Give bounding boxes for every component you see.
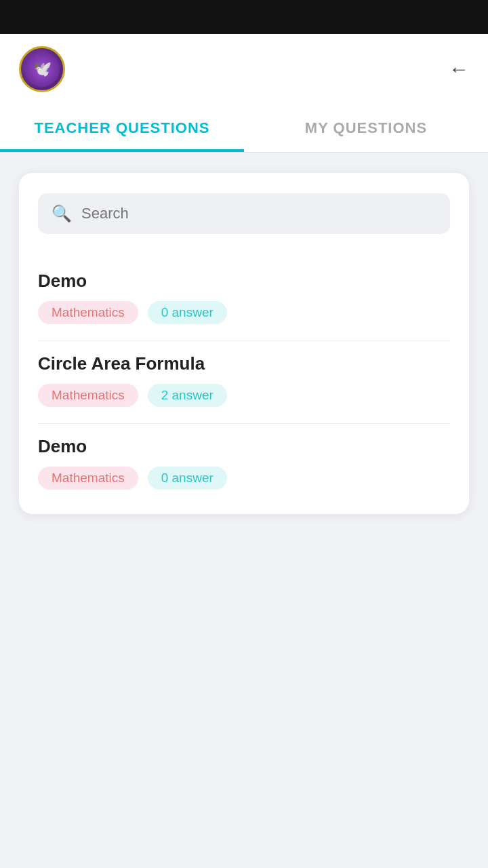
tags: Mathematics 2 answer: [38, 384, 450, 407]
questions-card: 🔍 Demo Mathematics 0 answer Circle Area …: [19, 173, 469, 514]
question-title: Demo: [38, 436, 450, 457]
tabs-container: TEACHER QUESTIONS MY QUESTIONS: [0, 104, 488, 153]
list-item[interactable]: Circle Area Formula Mathematics 2 answer: [38, 341, 450, 424]
back-button[interactable]: ←: [449, 58, 469, 81]
logo: 🕊️: [19, 46, 65, 92]
search-icon: 🔍: [52, 204, 72, 223]
question-title: Demo: [38, 271, 450, 292]
answer-tag: 2 answer: [148, 384, 227, 407]
subject-tag: Mathematics: [38, 467, 138, 490]
logo-inner: 🕊️: [24, 52, 60, 87]
question-title: Circle Area Formula: [38, 353, 450, 374]
search-bar[interactable]: 🔍: [38, 193, 450, 234]
subject-tag: Mathematics: [38, 301, 138, 324]
answer-tag: 0 answer: [148, 467, 227, 490]
main-content: 🔍 Demo Mathematics 0 answer Circle Area …: [0, 153, 488, 534]
logo-icon: 🕊️: [33, 60, 52, 78]
tab-teacher-questions[interactable]: TEACHER QUESTIONS: [0, 104, 244, 152]
header: 🕊️ ←: [0, 34, 488, 104]
tags: Mathematics 0 answer: [38, 467, 450, 490]
list-item[interactable]: Demo Mathematics 0 answer: [38, 424, 450, 490]
tab-my-questions[interactable]: MY QUESTIONS: [244, 104, 488, 152]
list-item[interactable]: Demo Mathematics 0 answer: [38, 258, 450, 341]
subject-tag: Mathematics: [38, 384, 138, 407]
search-input[interactable]: [81, 205, 436, 222]
tags: Mathematics 0 answer: [38, 301, 450, 324]
answer-tag: 0 answer: [148, 301, 227, 324]
status-bar: [0, 0, 488, 34]
